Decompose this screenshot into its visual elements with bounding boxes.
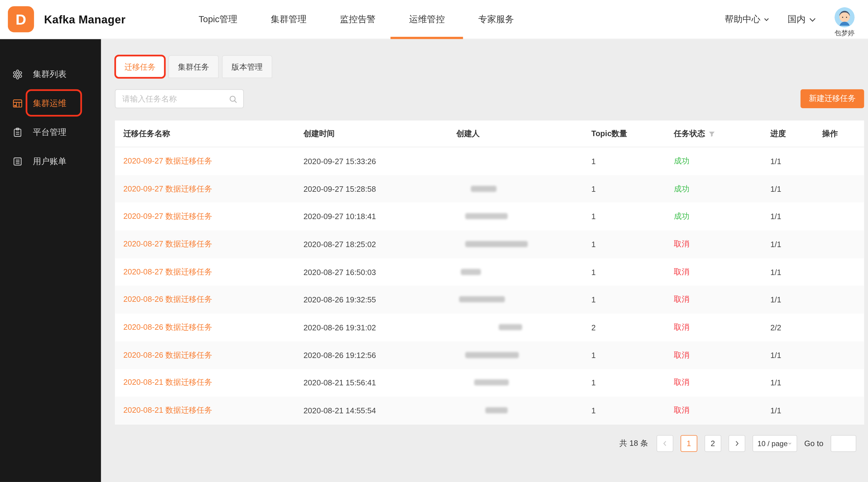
creator-redacted-blur [471,185,496,191]
task-name-link[interactable]: 2020-09-27 数据迁移任务 [123,212,212,220]
task-name-link[interactable]: 2020-08-21 数据迁移任务 [123,378,212,387]
status-badge: 成功 [674,184,689,193]
topic-count: 1 [591,406,674,415]
next-page-button[interactable] [728,435,745,452]
nav-expert-service[interactable]: 专家服务 [478,0,514,39]
creator-cell [456,406,591,415]
nav-cluster-management[interactable]: 集群管理 [271,0,306,39]
tab-migration-tasks[interactable]: 迁移任务 [115,55,165,78]
status-badge: 取消 [674,322,689,331]
task-name-link[interactable]: 2020-08-26 数据迁移任务 [123,350,212,359]
page-button-1[interactable]: 1 [680,435,697,452]
status-badge: 取消 [674,267,689,276]
status-badge: 取消 [674,239,689,248]
cluster-list-icon [12,69,23,79]
tab-label: 迁移任务 [124,63,156,71]
tab-label: 集群任务 [178,63,209,71]
task-search-input[interactable] [116,90,243,108]
progress-value: 1/1 [770,295,823,304]
column-header-creator: 创建人 [456,129,591,138]
table-row: 2020-09-27 数据迁移任务2020-09-27 15:28:581成功1… [115,175,864,203]
goto-page-input[interactable] [831,435,856,452]
column-header-status: 任务状态 [674,129,770,138]
task-search-box [115,89,244,108]
task-name-link[interactable]: 2020-09-27 数据迁移任务 [123,184,212,193]
progress-value: 1/1 [770,185,823,193]
nav-ops-control[interactable]: 运维管控 [409,0,445,39]
header-right-cluster: 帮助中心 国内 [724,0,855,39]
creator-redacted-blur [465,352,519,358]
table-header-row: 迁移任务名称 创建时间 创建人 Topic数量 任务状态 进度 操作 [115,120,864,147]
topic-count: 1 [591,267,674,276]
created-time: 2020-08-26 19:31:02 [304,323,457,332]
creator-redacted-blur [485,407,507,413]
column-header-operations: 操作 [823,129,864,138]
table-row: 2020-09-27 数据迁移任务2020-09-27 15:33:261成功1… [115,148,864,175]
table-row: 2020-08-26 数据迁移任务2020-08-26 19:12:561取消1… [115,341,864,369]
status-badge: 取消 [674,295,689,303]
prev-page-button[interactable] [656,435,673,452]
tab-version-management[interactable]: 版本管理 [222,55,272,78]
progress-value: 1/1 [770,406,823,415]
tab-bar: 迁移任务 集群任务 版本管理 [115,55,272,78]
table-body: 2020-09-27 数据迁移任务2020-09-27 15:33:261成功1… [115,148,864,424]
column-header-created-time: 创建时间 [304,129,457,138]
task-name-link[interactable]: 2020-08-27 数据迁移任务 [123,239,212,248]
page-button-2[interactable]: 2 [705,435,721,452]
sidebar-item-user-billing[interactable]: 用户账单 [0,149,101,173]
region-selector[interactable]: 国内 [788,14,817,26]
table-row: 2020-08-27 数据迁移任务2020-08-27 18:25:021取消1… [115,230,864,258]
sidebar-item-cluster-list[interactable]: 集群列表 [0,62,101,87]
total-count-label: 共 18 条 [619,439,648,449]
created-time: 2020-08-26 19:32:55 [304,295,457,304]
topic-count: 1 [591,157,674,165]
creator-cell [456,378,591,387]
chevron-left-icon [661,440,668,447]
task-name-link[interactable]: 2020-09-27 数据迁移任务 [123,156,212,165]
migration-task-table: 迁移任务名称 创建时间 创建人 Topic数量 任务状态 进度 操作 2020-… [115,120,864,424]
column-header-task-name: 迁移任务名称 [115,129,303,138]
table-row: 2020-08-21 数据迁移任务2020-08-21 15:56:411取消1… [115,369,864,396]
toolbar: 新建迁移任务 [115,89,864,108]
creator-cell [456,240,591,249]
user-profile[interactable]: 包梦婷 [835,7,855,38]
table-row: 2020-08-26 数据迁移任务2020-08-26 19:31:022取消2… [115,314,864,341]
create-migration-task-button[interactable]: 新建迁移任务 [801,89,864,108]
table-row: 2020-08-27 数据迁移任务2020-08-27 16:50:031取消1… [115,258,864,286]
help-center-label: 帮助中心 [724,14,760,26]
created-time: 2020-09-27 15:33:26 [304,157,457,165]
task-name-link[interactable]: 2020-08-26 数据迁移任务 [123,322,212,331]
task-name-link[interactable]: 2020-08-21 数据迁移任务 [123,406,212,414]
tab-label: 版本管理 [231,63,263,71]
creator-cell [456,267,591,276]
chevron-down-icon [808,15,817,24]
creator-redacted-blur [461,269,481,275]
nav-monitoring-alerts[interactable]: 监控告警 [340,0,375,39]
chevron-right-icon [733,440,740,447]
progress-value: 1/1 [770,378,823,387]
topic-count: 1 [591,185,674,193]
progress-value: 1/1 [770,267,823,276]
sidebar-item-platform-management[interactable]: 平台管理 [0,120,101,144]
goto-page-label: Go to [804,439,823,448]
sidebar-item-cluster-ops[interactable]: 集群运维 [0,91,101,116]
sidebar: 集群列表 集群运维 [0,39,101,482]
kafka-manager-app: D Kafka Manager Topic管理 集群管理 监控告警 运维管控 专… [0,0,868,482]
task-name-link[interactable]: 2020-08-26 数据迁移任务 [123,295,212,303]
search-icon [229,95,238,104]
creator-redacted-blur [465,241,528,247]
creator-redacted-blur [465,213,507,219]
creator-cell [456,185,591,193]
platform-management-icon [12,127,23,138]
tab-cluster-tasks[interactable]: 集群任务 [168,55,219,78]
status-badge: 取消 [674,378,689,387]
chevron-down-icon [788,441,792,446]
topic-count: 1 [591,240,674,249]
progress-value: 1/1 [770,212,823,221]
task-name-link[interactable]: 2020-08-27 数据迁移任务 [123,267,212,276]
creator-cell [456,323,591,332]
nav-topic-management[interactable]: Topic管理 [198,0,237,39]
page-size-select[interactable]: 10 / page [752,435,797,452]
help-center-menu[interactable]: 帮助中心 [724,14,770,26]
filter-icon[interactable] [708,130,715,137]
